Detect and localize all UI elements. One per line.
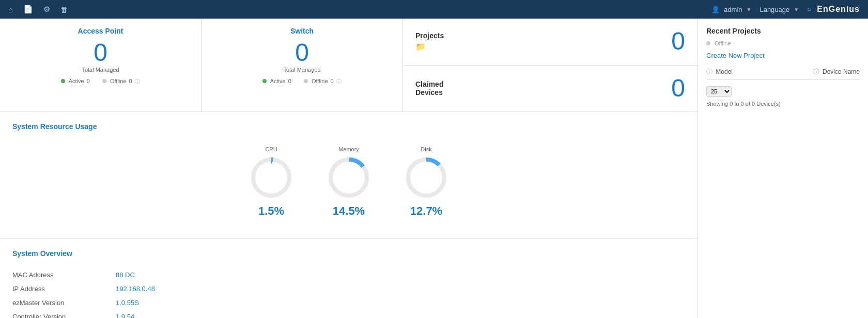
switch-offline-status: Offline 0 ⓘ [304, 78, 342, 85]
brand-logo: EnGenius [817, 5, 860, 14]
file-icon[interactable]: 📄 [23, 5, 33, 14]
device-name-col-header: ⓘ Device Name [813, 68, 860, 76]
ap-total-number: 0 [12, 39, 189, 67]
switch-active-count: 0 [288, 78, 291, 84]
offline-dot [706, 41, 710, 45]
switch-total-managed-label: Total Managed [214, 67, 390, 73]
overview-value: 1.9.54 [116, 310, 685, 318]
switch-status-row: Active 0 Offline 0 ⓘ [214, 78, 390, 85]
system-resource-section: System Resource Usage CPU 1.5% [0, 112, 698, 239]
system-overview-table: MAC Address 88 DC IP Address 192.168.0.4… [12, 268, 685, 318]
table-row: ezMaster Version 1.0.55S [12, 296, 685, 310]
create-new-project-link[interactable]: Create New Project [706, 52, 860, 59]
user-icon: 👤 [711, 6, 720, 13]
ap-status-row: Active 0 Offline 0 ⓘ [12, 78, 189, 85]
switch-offline-count: 0 [331, 78, 334, 84]
nav-user-area: 👤 admin ▼ Language ▼ ≈ EnGenius [711, 5, 860, 14]
ap-active-dot [61, 79, 65, 83]
ap-offline-dot [102, 79, 106, 83]
overview-label: Controller Version [12, 310, 116, 318]
switch-panel: Switch 0 Total Managed Active 0 Offline … [202, 19, 403, 112]
per-page-select[interactable]: 25 50 100 [706, 86, 732, 97]
memory-value: 14.5% [326, 204, 372, 218]
admin-label[interactable]: admin [724, 6, 742, 13]
projects-label: Projects [415, 31, 444, 40]
ap-active-label: Active [69, 78, 84, 84]
offline-badge: Offline [706, 40, 860, 46]
cpu-donut-chart [248, 154, 295, 201]
trash-icon[interactable]: 🗑 [60, 5, 68, 14]
disk-donut-chart [403, 154, 450, 201]
cpu-value: 1.5% [248, 204, 295, 218]
settings-icon[interactable]: ⚙ [43, 5, 50, 14]
projects-panel: Projects 📁 0 Claimed Devices 0 [403, 19, 698, 112]
projects-info: Projects 📁 [415, 31, 444, 52]
projects-row: Projects 📁 0 [403, 19, 698, 66]
switch-title: Switch [214, 27, 390, 35]
system-overview-title: System Overview [12, 249, 685, 258]
ap-offline-count: 0 [129, 78, 132, 84]
memory-donut-chart [326, 154, 372, 201]
system-resource-title: System Resource Usage [12, 122, 685, 131]
switch-offline-label: Offline [312, 78, 328, 84]
access-point-panel: Access Point 0 Total Managed Active 0 Of… [0, 19, 202, 112]
switch-active-status: Active 0 [262, 78, 291, 85]
cpu-label: CPU [248, 146, 295, 152]
table-row: MAC Address 88 DC [12, 268, 685, 282]
showing-text: Showing 0 to 0 of 0 Device(s) [706, 101, 860, 107]
table-row: IP Address 192.168.0.48 [12, 282, 685, 296]
nav-icons: ⌂ 📄 ⚙ 🗑 [8, 5, 68, 14]
overview-value: 1.0.55S [116, 296, 685, 310]
ap-offline-status: Offline 0 ⓘ [102, 78, 140, 85]
ap-offline-info-icon[interactable]: ⓘ [135, 78, 140, 84]
main-wrapper: Access Point 0 Total Managed Active 0 Of… [0, 19, 868, 318]
gauges-row: CPU 1.5% Memory [12, 141, 685, 228]
info-icon-device: ⓘ [813, 68, 819, 75]
disk-label: Disk [403, 146, 450, 152]
switch-total-number: 0 [214, 39, 390, 67]
memory-label: Memory [326, 146, 372, 152]
ap-offline-label: Offline [110, 78, 127, 84]
chevron-down-icon: ▼ [747, 7, 752, 12]
content-area: Access Point 0 Total Managed Active 0 Of… [0, 19, 698, 318]
memory-gauge: Memory 14.5% [326, 146, 372, 218]
recent-projects-title: Recent Projects [706, 27, 860, 35]
disk-value: 12.7% [403, 204, 450, 218]
claimed-count: 0 [671, 75, 685, 102]
table-header: ⓘ Model ⓘ Device Name [706, 68, 860, 80]
overview-label: ezMaster Version [12, 296, 116, 310]
projects-folder-icon: 📁 [415, 42, 444, 52]
claimed-info: Claimed Devices [415, 80, 443, 97]
claimed-label: Claimed Devices [415, 80, 443, 97]
ap-active-count: 0 [87, 78, 90, 84]
right-sidebar: Recent Projects Offline Create New Proje… [698, 19, 868, 318]
cpu-gauge: CPU 1.5% [248, 146, 295, 218]
info-icon-model: ⓘ [706, 68, 712, 75]
svg-point-0 [253, 160, 289, 196]
pagination-row: 25 50 100 [706, 86, 860, 97]
ap-total-managed-label: Total Managed [12, 67, 189, 73]
system-overview-section: System Overview MAC Address 88 DC IP Add… [0, 239, 698, 318]
overview-value: 192.168.0.48 [116, 282, 685, 296]
overview-value: 88 DC [116, 268, 685, 282]
wifi-signal-icon: ≈ [807, 6, 811, 13]
switch-offline-dot [304, 79, 308, 83]
claimed-devices-row: Claimed Devices 0 [403, 66, 698, 112]
switch-active-label: Active [270, 78, 286, 84]
overview-label: MAC Address [12, 268, 116, 282]
chevron-down-icon2: ▼ [794, 7, 799, 12]
disk-gauge: Disk 12.7% [403, 146, 450, 218]
switch-active-dot [262, 79, 267, 83]
ap-title: Access Point [12, 27, 189, 35]
switch-offline-info-icon[interactable]: ⓘ [336, 78, 342, 84]
top-nav: ⌂ 📄 ⚙ 🗑 👤 admin ▼ Language ▼ ≈ EnGenius [0, 0, 868, 19]
model-col-header: ⓘ Model [706, 68, 733, 76]
ap-active-status: Active 0 [61, 78, 90, 85]
overview-label: IP Address [12, 282, 116, 296]
offline-label: Offline [715, 40, 731, 46]
home-icon[interactable]: ⌂ [8, 5, 13, 14]
language-label[interactable]: Language [760, 6, 789, 13]
table-row: Controller Version 1.9.54 [12, 310, 685, 318]
projects-count: 0 [671, 28, 685, 55]
dashboard-top: Access Point 0 Total Managed Active 0 Of… [0, 19, 698, 112]
